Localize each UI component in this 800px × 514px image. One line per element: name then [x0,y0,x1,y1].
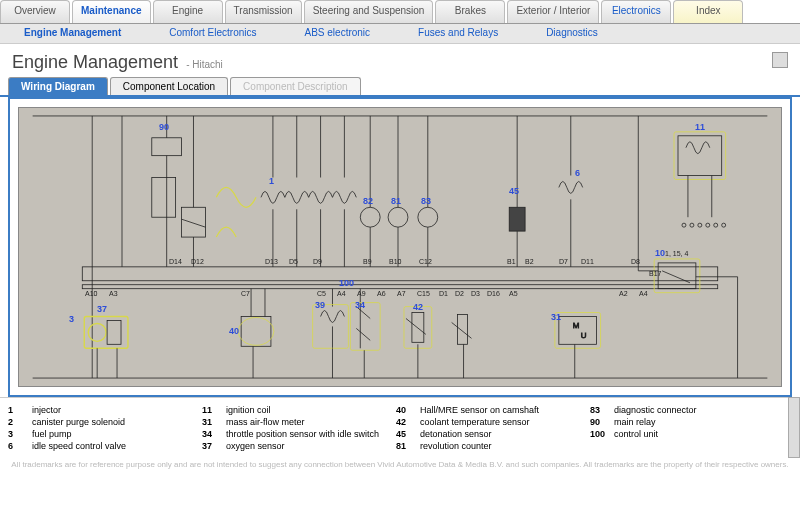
svg-line-9 [182,219,206,227]
legend-row: 1injector [8,404,198,416]
svg-point-71 [682,223,686,227]
svg-rect-8 [182,207,206,237]
svg-rect-39 [241,317,271,347]
svg-line-48 [356,328,370,340]
collapse-button[interactable] [772,52,788,68]
content-tab-component-location[interactable]: Component Location [110,77,228,95]
label-10: 10 [655,248,665,258]
legend-row: 34throttle position sensor with idle swi… [202,428,392,440]
legend-row: 37oxygen sensor [202,440,392,452]
svg-point-21 [388,207,408,227]
svg-point-74 [706,223,710,227]
page-subtitle: - Hitachi [186,59,223,70]
svg-point-73 [698,223,702,227]
svg-rect-67 [678,136,722,176]
content-tabs: Wiring DiagramComponent LocationComponen… [0,77,800,97]
label-40: 40 [229,326,239,336]
svg-point-72 [690,223,694,227]
svg-line-54 [452,322,472,338]
svg-text:U: U [581,331,587,340]
label-1: 1 [269,176,274,186]
svg-rect-38 [107,320,121,344]
svg-line-51 [406,318,426,334]
content-tab-wiring-diagram[interactable]: Wiring Diagram [8,77,108,95]
subtab-engine-management[interactable]: Engine Management [0,24,145,43]
legend-row: 31mass air-flow meter [202,416,392,428]
svg-rect-7 [152,178,176,218]
subtab-diagnostics[interactable]: Diagnostics [522,24,622,43]
legend-row: 2canister purge solenoid [8,416,198,428]
label-31: 31 [551,312,561,322]
svg-point-75 [714,223,718,227]
subtab-comfort-electronics[interactable]: Comfort Electronics [145,24,280,43]
label-39: 39 [315,300,325,310]
legend-row: 42coolant temperature sensor [396,416,586,428]
svg-rect-29 [509,207,525,231]
label-90: 90 [159,122,169,132]
tab-brakes[interactable]: Brakes [435,0,505,23]
legend-row: 90main relay [590,416,780,428]
tab-maintenance[interactable]: Maintenance [72,0,151,23]
label-81: 81 [391,196,401,206]
legend-row: 11ignition coil [202,404,392,416]
subtab-abs-electronic[interactable]: ABS electronic [281,24,395,43]
tab-engine[interactable]: Engine [153,0,223,23]
label-3: 3 [69,314,74,324]
label-11: 11 [695,122,705,132]
tab-index[interactable]: Index [673,0,743,23]
main-tabs: OverviewMaintenanceEngineTransmissionSte… [0,0,800,24]
svg-text:M: M [573,321,580,330]
svg-rect-68 [674,132,726,180]
tab-transmission[interactable]: Transmission [225,0,302,23]
label-82: 82 [363,196,373,206]
page-title: Engine Management [12,52,178,73]
label-6: 6 [575,168,580,178]
label-42: 42 [413,302,423,312]
sub-nav: Engine ManagementComfort ElectronicsABS … [0,24,800,44]
svg-rect-53 [458,315,468,345]
component-legend: 1injector2canister purge solenoid3fuel p… [0,397,788,458]
tab-overview[interactable]: Overview [0,0,70,23]
legend-row: 81revolution counter [396,440,586,452]
label-37: 37 [97,304,107,314]
diagram-container: MU 90 11 82 81 83 45 6 10 100 3 37 40 39… [8,97,792,397]
svg-point-76 [722,223,726,227]
legend-row: 3fuel pump [8,428,198,440]
svg-rect-4 [152,138,182,156]
svg-point-22 [418,207,438,227]
legend-row: 45detonation sensor [396,428,586,440]
svg-point-37 [88,323,106,341]
legend-row: 100control unit [590,428,780,440]
legend-row: 40Hall/MRE sensor on camshaft [396,404,586,416]
wiring-diagram[interactable]: MU 90 11 82 81 83 45 6 10 100 3 37 40 39… [18,107,782,387]
svg-point-20 [360,207,380,227]
label-45: 45 [509,186,519,196]
legend-scrollbar[interactable] [788,397,800,458]
svg-rect-50 [412,313,424,343]
tab-exterior-interior[interactable]: Exterior / Interior [507,0,599,23]
svg-rect-34 [82,267,717,281]
legend-row: 83diagnostic connector [590,404,780,416]
content-tab-component-description: Component Description [230,77,361,95]
label-83: 83 [421,196,431,206]
svg-rect-35 [82,285,717,289]
tab-electronics[interactable]: Electronics [601,0,671,23]
subtab-fuses-and-relays[interactable]: Fuses and Relays [394,24,522,43]
footer-disclaimer: All trademarks are for reference purpose… [0,458,800,471]
svg-rect-45 [313,305,349,349]
label-34: 34 [355,300,365,310]
svg-point-42 [238,317,274,345]
label-100: 100 [339,278,354,288]
legend-row: 6idle speed control valve [8,440,198,452]
tab-steering-and-suspension[interactable]: Steering and Suspension [304,0,434,23]
